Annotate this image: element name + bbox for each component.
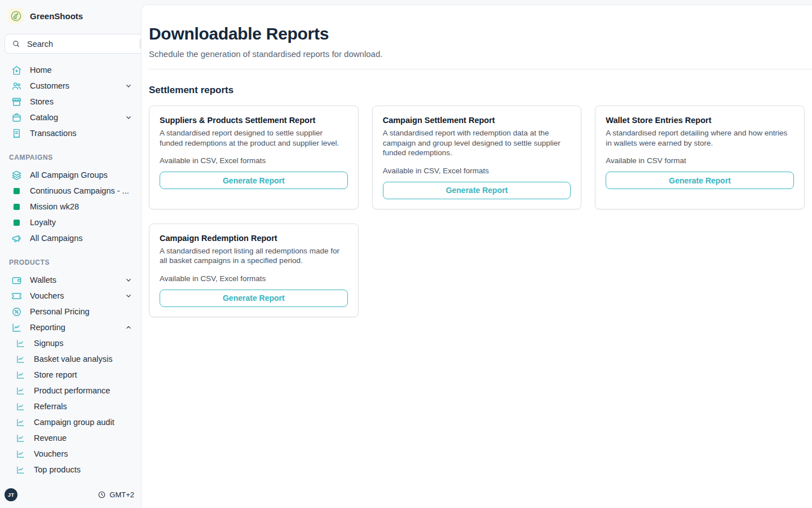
avatar[interactable]: JT: [5, 488, 17, 501]
report-card: Campaign Settlement Report A standardise…: [372, 106, 582, 209]
section-title: Settlement reports: [149, 85, 805, 96]
sidebar-item-loyalty[interactable]: Loyalty: [0, 214, 141, 230]
sidebar-item-label: Product performance: [34, 386, 133, 395]
report-formats: Available in CSV, Excel formats: [383, 167, 571, 175]
report-formats: Available in CSV format: [606, 156, 794, 165]
chevron-down-icon: [124, 291, 133, 300]
sidebar-item-label: Reporting: [30, 323, 116, 332]
generate-report-button[interactable]: Generate Report: [383, 182, 571, 199]
app-logo[interactable]: GreenShoots: [0, 0, 141, 29]
line-chart-icon: [16, 370, 25, 380]
sidebar-item-reporting-store-report[interactable]: Store report: [0, 367, 141, 383]
sidebar-item-mission-wk28[interactable]: Mission wk28: [0, 199, 141, 214]
report-title: Campaign Settlement Report: [383, 116, 571, 125]
layers-icon: [11, 170, 22, 181]
chevron-down-icon: [124, 113, 133, 122]
sidebar-item-catalog[interactable]: Catalog: [0, 110, 141, 125]
percent-badge-icon: [11, 306, 22, 317]
campaign-square-icon: [11, 186, 22, 196]
sidebar-item-label: Mission wk28: [30, 202, 133, 211]
search-input[interactable]: [26, 39, 134, 49]
sidebar-item-label: Catalog: [30, 113, 116, 122]
receipt-icon: [11, 128, 22, 139]
report-description: A standardised report listing all redemp…: [160, 246, 348, 266]
search-icon: [12, 40, 20, 48]
sidebar-item-label: Wallets: [30, 275, 116, 284]
chevron-up-icon: [124, 323, 133, 332]
ticket-icon: [11, 291, 22, 301]
users-icon: [11, 81, 22, 91]
sidebar-item-all-campaigns[interactable]: All Campaigns: [0, 230, 141, 246]
report-card: Campaign Redemption Report A standardise…: [149, 224, 359, 317]
sidebar-item-reporting-basket-value-analysis[interactable]: Basket value analysis: [0, 351, 141, 367]
page-title: Downloadable Reports: [149, 24, 805, 43]
sidebar-item-label: Home: [30, 65, 133, 75]
products-nav: Wallets Vouchers Personal Pricing Report…: [0, 272, 141, 478]
line-chart-icon: [16, 339, 25, 348]
chevron-down-icon: [124, 81, 133, 90]
sidebar-item-stores[interactable]: Stores: [0, 94, 141, 110]
sidebar-item-personal-pricing[interactable]: Personal Pricing: [0, 304, 141, 319]
report-title: Campaign Redemption Report: [160, 234, 348, 243]
sidebar-item-vouchers[interactable]: Vouchers: [0, 288, 141, 304]
campaigns-section-title: CAMPAIGNS: [0, 154, 141, 161]
sidebar-item-label: Revenue: [34, 433, 133, 443]
sidebar-item-customers[interactable]: Customers: [0, 78, 141, 94]
sidebar-item-label: Loyalty: [30, 218, 133, 227]
line-chart-icon: [16, 449, 25, 459]
report-title: Suppliers & Products Settlement Report: [160, 116, 348, 125]
generate-report-button[interactable]: Generate Report: [606, 172, 794, 189]
report-formats: Available in CSV, Excel formats: [160, 156, 348, 165]
sidebar-item-label: Store report: [34, 370, 133, 379]
report-description: A standardised report designed to settle…: [160, 128, 348, 148]
sidebar-item-wallets[interactable]: Wallets: [0, 272, 141, 288]
products-section-title: PRODUCTS: [0, 259, 141, 266]
campaign-square-icon: [11, 217, 22, 228]
generate-report-button[interactable]: Generate Report: [160, 290, 348, 307]
sidebar-footer: JT GMT+2: [0, 483, 141, 508]
sidebar-item-home[interactable]: Home: [0, 62, 141, 78]
chevron-down-icon: [124, 275, 133, 284]
sidebar-item-all-campaign-groups[interactable]: All Campaign Groups: [0, 167, 141, 183]
sidebar-item-label: Vouchers: [34, 449, 133, 458]
sidebar-item-transactions[interactable]: Transactions: [0, 125, 141, 141]
sidebar-item-label: Continuous Campaigns - ...: [30, 186, 133, 195]
chart-icon: [11, 322, 22, 333]
content-panel: Downloadable Reports Schedule the genera…: [141, 5, 812, 508]
sidebar-item-reporting[interactable]: Reporting: [0, 319, 141, 335]
sidebar-item-reporting-product-performance[interactable]: Product performance: [0, 383, 141, 398]
line-chart-icon: [16, 433, 25, 443]
line-chart-icon: [16, 402, 25, 411]
home-icon: [11, 65, 22, 76]
sidebar-item-reporting-top-products[interactable]: Top products: [0, 462, 141, 478]
page-subtitle: Schedule the generation of standardised …: [149, 49, 805, 59]
sidebar-item-continuous-campaigns[interactable]: Continuous Campaigns - ...: [0, 183, 141, 199]
sidebar-item-reporting-signups[interactable]: Signups: [0, 335, 141, 351]
divider: [149, 69, 812, 69]
report-formats: Available in CSV, Excel formats: [160, 274, 348, 283]
report-description: A standardised report with redemption da…: [383, 128, 571, 158]
campaign-square-icon: [11, 202, 22, 212]
sidebar-item-label: Signups: [34, 339, 133, 348]
timezone-indicator: GMT+2: [98, 491, 134, 499]
sidebar-item-label: Top products: [34, 465, 133, 474]
sidebar-item-label: All Campaigns: [30, 234, 133, 243]
report-description: A standardised report detailing where an…: [606, 128, 794, 148]
sidebar-item-label: Personal Pricing: [30, 307, 133, 316]
sidebar-item-label: Transactions: [30, 129, 133, 138]
app-name: GreenShoots: [30, 11, 83, 21]
clock-icon: [98, 491, 106, 499]
generate-report-button[interactable]: Generate Report: [160, 172, 348, 189]
line-chart-icon: [16, 354, 25, 364]
sidebar-item-reporting-campaign-group-audit[interactable]: Campaign group audit: [0, 414, 141, 430]
line-chart-icon: [16, 386, 25, 396]
sidebar-item-reporting-revenue[interactable]: Revenue: [0, 430, 141, 446]
line-chart-icon: [16, 418, 25, 427]
sidebar-item-label: Referrals: [34, 402, 133, 411]
sidebar-item-label: Campaign group audit: [34, 418, 133, 427]
sidebar-item-label: Vouchers: [30, 291, 116, 300]
sidebar-item-reporting-vouchers[interactable]: Vouchers: [0, 446, 141, 462]
sidebar-item-reporting-referrals[interactable]: Referrals: [0, 398, 141, 414]
line-chart-icon: [16, 465, 25, 475]
wallet-icon: [11, 275, 22, 286]
